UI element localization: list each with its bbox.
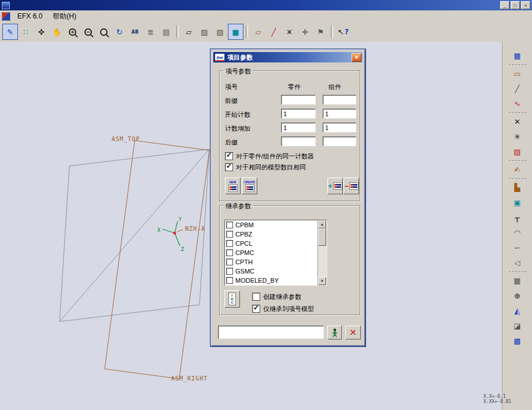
same-counter-checkbox[interactable]: [225, 152, 233, 160]
round-tool[interactable]: ◠: [510, 226, 525, 239]
create-inherited-checkbox[interactable]: [252, 293, 260, 301]
saved-views-tool[interactable]: AB: [127, 24, 143, 40]
datum-axis-tool[interactable]: ✳: [510, 130, 525, 143]
scroll-down-button[interactable]: ▼: [318, 277, 326, 285]
prefix-assembly-input[interactable]: [323, 95, 356, 105]
update-numbers-button[interactable]: UPDATE: [242, 178, 257, 194]
datum-point-create-tool[interactable]: ✕: [510, 114, 525, 128]
menu-efx[interactable]: EFX 6.0: [14, 11, 46, 21]
reference-tool[interactable]: ✜: [34, 24, 49, 40]
count-increment-assembly-input[interactable]: [323, 123, 356, 132]
zoom-in-tool[interactable]: +: [65, 24, 80, 40]
datum-point-tool[interactable]: ∷: [18, 24, 34, 40]
param-checkbox[interactable]: [226, 221, 233, 228]
window-maximize-button[interactable]: □: [511, 1, 520, 9]
extrude-icon: ▙: [515, 183, 520, 192]
no-hidden-display-button[interactable]: ▧: [212, 24, 228, 40]
param-checkbox[interactable]: [226, 277, 233, 284]
new-numbers-button[interactable]: NEW: [225, 178, 241, 194]
cancel-button[interactable]: ✕: [345, 326, 361, 339]
param-label: CPCL: [235, 240, 252, 247]
list-item[interactable]: GSMC: [225, 267, 327, 276]
flat-surface-tool[interactable]: ▦: [510, 274, 525, 287]
parameter-list[interactable]: CPBM CPBZ CPCL CPMC CPTH GSMC MODELED_BY…: [224, 220, 327, 286]
datum-plane-tool[interactable]: ▦: [510, 49, 525, 62]
layers-tool[interactable]: ≣: [143, 24, 158, 40]
context-help-tool[interactable]: ↖ ?: [335, 24, 351, 40]
param-checkbox[interactable]: [226, 258, 233, 265]
list-item[interactable]: CPCL: [225, 239, 327, 248]
count-increment-part-input[interactable]: [281, 123, 316, 132]
menu-help[interactable]: 帮助(H): [49, 10, 80, 23]
info-button[interactable]: [327, 326, 342, 339]
add-item-number-button[interactable]: +: [327, 178, 343, 194]
inherit-to-model-checkbox[interactable]: [252, 305, 260, 313]
window-close-button[interactable]: ×: [521, 1, 530, 9]
hidden-line-display-button[interactable]: ▨: [197, 24, 212, 40]
cosmetic-sketch-tool[interactable]: ▨: [510, 145, 525, 158]
zoom-out-tool[interactable]: −: [80, 24, 96, 40]
remove-item-number-button[interactable]: −: [343, 178, 359, 194]
revolve-surface-tool[interactable]: ⊕: [510, 289, 525, 302]
wireframe-display-button[interactable]: ▱: [181, 24, 197, 40]
reference-icon: ✜: [38, 28, 45, 36]
repaint-tool[interactable]: ↻: [112, 24, 127, 40]
param-label: MODELED_BY: [235, 277, 279, 284]
axis-icon: ╱: [272, 28, 276, 36]
line-tool[interactable]: ╱: [510, 82, 525, 95]
window-minimize-button[interactable]: _: [500, 1, 509, 9]
suffix-assembly-input[interactable]: [323, 136, 356, 146]
scroll-up-button[interactable]: ▲: [318, 220, 326, 228]
spline-tool[interactable]: ∿: [510, 97, 525, 110]
draft-tool[interactable]: ◁: [510, 256, 525, 269]
project-parameters-dialog: bw 项目参数 ✕ 项号参数 项号 零件 组件 前缀 开始计数 计数增加 后缀 …: [210, 49, 365, 346]
axis-toggle[interactable]: ╱: [266, 24, 282, 40]
message-input[interactable]: [218, 326, 324, 339]
list-item[interactable]: CPBM: [225, 220, 327, 230]
list-item[interactable]: CPMC: [225, 248, 327, 257]
csys-toggle[interactable]: ✛: [297, 24, 313, 40]
list-item[interactable]: CPBZ: [225, 230, 327, 239]
red-x-icon: ✕: [349, 327, 357, 338]
sweep-surface-tool[interactable]: ◭: [510, 304, 525, 317]
layers-icon: ≣: [147, 28, 154, 36]
prefix-part-input[interactable]: [281, 95, 316, 105]
dialog-titlebar[interactable]: bw 项目参数 ✕: [213, 52, 363, 62]
inherited-group-title: 继承参数: [223, 202, 253, 210]
sketch-tool[interactable]: ✎: [2, 24, 18, 40]
boundary-surface-tool[interactable]: ▩: [510, 334, 525, 348]
blend-surface-tool[interactable]: ◪: [510, 319, 525, 333]
extrude-tool[interactable]: ▙: [510, 180, 525, 194]
datum-plane-toggle[interactable]: ▱: [250, 24, 266, 40]
asm-top-label: ASM_TOP: [112, 136, 140, 143]
curve-tool[interactable]: ∽: [510, 241, 525, 254]
start-count-part-input[interactable]: [281, 109, 316, 119]
zoom-window-tool[interactable]: [96, 24, 112, 40]
annotation-toggle[interactable]: ⚑: [313, 24, 328, 40]
scrollbar-thumb[interactable]: [318, 228, 326, 246]
copy-surface-tool[interactable]: ▣: [510, 195, 525, 209]
point-toggle[interactable]: ✕: [282, 24, 297, 40]
suffix-part-input[interactable]: [281, 136, 316, 146]
view-manager-tool[interactable]: ▤: [158, 24, 174, 40]
rectangle-tool[interactable]: ▭: [510, 67, 525, 80]
start-count-assembly-input[interactable]: [323, 109, 356, 119]
list-item[interactable]: MODELED_BY: [225, 276, 327, 285]
shaded-display-button[interactable]: ■: [228, 24, 243, 40]
right-toolbar: ▦ ▭ ╱ ∿ ✕ ✳ ▨ ✍ ▙ ▣ ┳ ◠ ∽ ◁ ▦ ⊕ ◭ ◪ ▩: [502, 42, 532, 410]
same-model-number-checkbox[interactable]: [225, 163, 233, 171]
list-item[interactable]: CPTH: [225, 257, 327, 267]
wireframe-icon: ▱: [186, 28, 192, 36]
point-icon: ✕: [286, 28, 293, 36]
param-checkbox[interactable]: [226, 231, 233, 238]
pan-tool[interactable]: ✋: [49, 24, 65, 40]
sketch-on-plane-tool[interactable]: ✍: [510, 162, 525, 176]
list-scrollbar[interactable]: ▲ ▼: [317, 220, 327, 285]
tweak-tool[interactable]: ┳: [510, 210, 525, 224]
param-checkbox[interactable]: [226, 240, 233, 247]
column-header-item: 项号: [225, 83, 238, 91]
dialog-close-button[interactable]: ✕: [352, 53, 361, 62]
param-checkbox[interactable]: [226, 249, 233, 256]
param-checkbox[interactable]: [226, 268, 233, 275]
abc-parameters-button[interactable]: A B C: [224, 290, 240, 308]
